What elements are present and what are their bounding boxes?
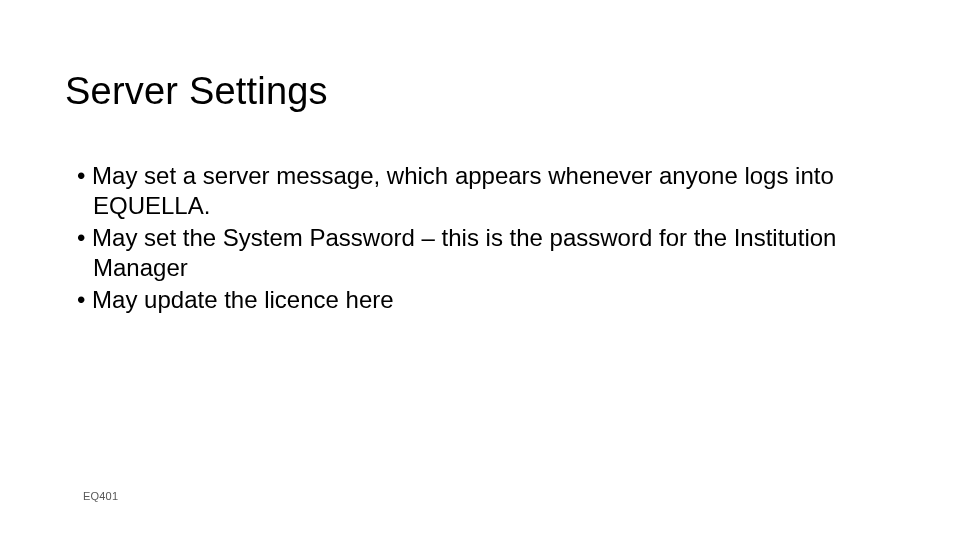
page-title: Server Settings	[65, 70, 895, 113]
slide: Server Settings May set a server message…	[0, 0, 960, 540]
list-item: May set a server message, which appears …	[65, 161, 895, 221]
list-item: May update the licence here	[65, 285, 895, 315]
footer-label: EQ401	[83, 490, 118, 502]
bullet-list: May set a server message, which appears …	[65, 161, 895, 315]
list-item: May set the System Password – this is th…	[65, 223, 895, 283]
